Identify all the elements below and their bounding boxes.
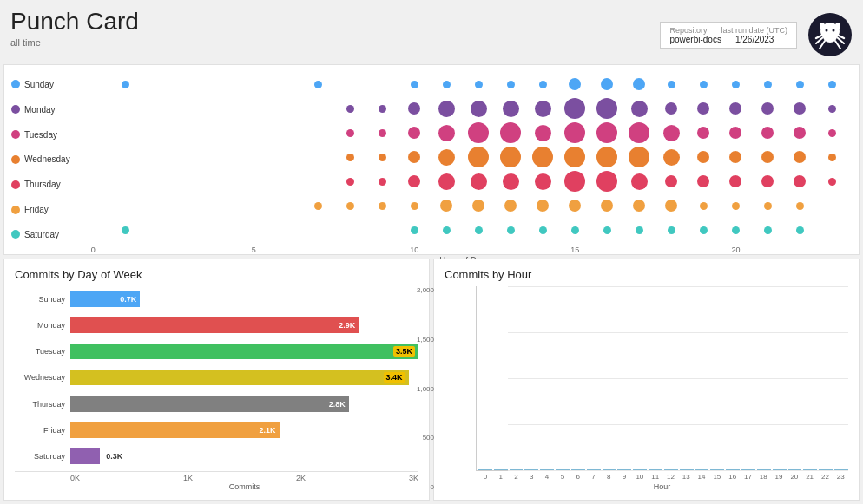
dot-cell — [463, 145, 495, 169]
bar-label: Thursday — [15, 400, 65, 409]
histogram-bar — [494, 469, 508, 470]
punch-dot — [346, 178, 354, 186]
dot-cell — [527, 121, 559, 145]
legend-item: Wednesday — [11, 147, 70, 172]
punch-dot — [472, 200, 484, 212]
punch-dot — [500, 147, 521, 167]
dot-cell — [77, 96, 109, 121]
legend-item: Friday — [11, 198, 70, 222]
punch-dot — [411, 81, 418, 88]
dot-cell — [816, 121, 848, 145]
bar-fill: 2.8K — [70, 396, 349, 412]
histogram-x-label: 8 — [601, 473, 616, 481]
histogram-y-label: 2,000 — [417, 286, 434, 294]
punch-dot — [668, 81, 675, 88]
bar-label: Tuesday — [15, 347, 65, 356]
punch-dot — [633, 200, 645, 212]
punch-dot — [796, 81, 804, 88]
dot-cell — [688, 218, 720, 242]
dot-cell — [238, 121, 270, 145]
dot-cell — [142, 218, 174, 242]
bar-row: Tuesday3.5K — [15, 344, 418, 359]
bar-value-label: 0.3K — [106, 452, 122, 461]
legend-label: Sunday — [24, 80, 54, 89]
github-icon — [807, 12, 853, 57]
x-axis-label — [431, 245, 463, 254]
svg-point-10 — [833, 29, 835, 32]
dot-cell — [655, 72, 688, 96]
x-axis-label — [655, 245, 688, 254]
dot-cell — [399, 193, 431, 218]
dot-cell — [206, 96, 238, 121]
bar-axis-label: 0K — [70, 474, 80, 482]
legend-label: Monday — [24, 105, 56, 115]
dot-cell — [688, 193, 720, 218]
dot-cell — [720, 169, 752, 193]
dot-cell — [591, 121, 623, 145]
dot-cell — [270, 121, 302, 145]
histogram-y-label: 0 — [431, 483, 434, 491]
histogram-x-label: 13 — [678, 473, 694, 481]
punch-dot — [761, 127, 774, 139]
dot-cell — [174, 72, 206, 96]
punch-dot — [564, 122, 585, 143]
dot-cell — [720, 145, 752, 169]
punch-dot — [504, 200, 517, 212]
dot-cell — [655, 96, 688, 121]
histogram-x-label: 19 — [771, 473, 787, 481]
histogram-x-label: 23 — [833, 473, 848, 481]
legend-item: Thursday — [11, 173, 70, 197]
dot-cell — [431, 145, 463, 169]
dot-cell — [784, 96, 816, 121]
dot-cell — [495, 96, 527, 121]
bar-track: 3.4K — [70, 370, 418, 385]
punch-dot — [828, 81, 836, 88]
punch-dot — [438, 101, 455, 117]
punch-dot — [761, 151, 774, 163]
dot-cell — [334, 72, 366, 96]
dot-cell — [431, 169, 463, 193]
dot-cell — [623, 169, 655, 193]
bar-fill: 0.7K — [70, 291, 140, 307]
punch-dot — [828, 178, 836, 186]
dot-cell — [270, 96, 302, 121]
x-axis-label — [527, 245, 559, 254]
dot-cell — [334, 145, 366, 169]
dot-cell — [77, 169, 109, 193]
dot-cell — [77, 145, 109, 169]
punch-dot — [535, 173, 551, 190]
punch-dot — [535, 101, 551, 117]
svg-point-9 — [826, 29, 828, 32]
punch-dot — [732, 226, 740, 234]
bar-track: 0.7K — [70, 291, 418, 307]
histogram-wrapper: 2,0001,5001,0005000 01234567891011121314… — [445, 286, 848, 491]
dot-cell — [463, 72, 495, 96]
punch-dot — [732, 202, 740, 210]
dot-cell — [142, 193, 174, 218]
dot-cell — [688, 96, 720, 121]
dot-cell — [720, 72, 752, 96]
punch-dot — [571, 226, 579, 234]
punch-dot — [379, 202, 386, 210]
dot-cell — [270, 193, 302, 218]
bar-value-label: 3.5K — [393, 346, 415, 357]
x-axis-label — [366, 245, 399, 254]
dot-cell — [720, 218, 752, 242]
dot-cell — [334, 169, 366, 193]
punch-dot — [475, 81, 483, 88]
punch-dot — [411, 202, 418, 210]
bar-value-label: 0.7K — [120, 295, 136, 304]
dot-cell — [399, 121, 431, 145]
page-title: Punch Card — [10, 9, 139, 36]
svg-point-11 — [820, 23, 825, 29]
x-axis-label: 20 — [720, 245, 752, 254]
dot-cell — [752, 145, 784, 169]
dot-cell — [399, 218, 431, 242]
punch-dot — [537, 200, 549, 212]
punch-dot — [631, 173, 648, 190]
bar-track: 0.3K — [70, 448, 418, 464]
bar-label: Friday — [15, 426, 65, 435]
histogram-x-label: 5 — [555, 473, 570, 481]
chart-area: 05101520 Hour of Day — [77, 72, 848, 247]
histogram-x-label: 17 — [741, 473, 756, 481]
